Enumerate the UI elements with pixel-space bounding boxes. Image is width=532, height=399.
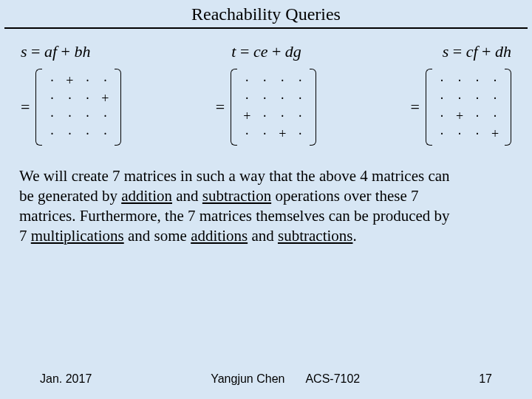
underline-addition: addition (121, 187, 172, 205)
footer-date: Jan. 2017 (40, 372, 92, 386)
matrix-block-2: = ···· ···· +··· ··+· (216, 69, 316, 146)
matrices-row: = ·+·· ···+ ···· ···· = ···· ···· +··· ·… (0, 66, 532, 146)
underline-additions: additions (191, 227, 248, 245)
footer: Jan. 2017 Yangjun Chen ACS-7102 17 (0, 372, 532, 386)
underline-subtractions: subtractions (278, 227, 352, 245)
body-paragraph: We will create 7 matrices in such a way … (0, 146, 532, 246)
eq-s: s = af + bh (21, 42, 91, 61)
equals-sign: = (21, 98, 30, 117)
matrix-3: ···· ···· ·+·· ···+ (426, 69, 511, 146)
underline-multiplications: multiplications (31, 227, 124, 245)
slide-title: Reachability Queries (4, 0, 528, 29)
matrix-1: ·+·· ···+ ···· ···· (35, 69, 121, 146)
equals-sign: = (216, 98, 225, 117)
eq-s2: s = cf + dh (443, 42, 511, 61)
footer-page: 17 (479, 372, 492, 386)
footer-author: Yangjun Chen (211, 372, 284, 386)
matrix-block-1: = ·+·· ···+ ···· ···· (21, 69, 121, 146)
equals-sign: = (411, 98, 420, 117)
underline-subtraction: subtraction (202, 187, 271, 205)
footer-course: ACS-7102 (305, 372, 360, 386)
eq-t: t = ce + dg (231, 42, 301, 61)
matrix-block-3: = ···· ···· ·+·· ···+ (411, 69, 511, 146)
equation-row: s = af + bh t = ce + dg s = cf + dh (0, 29, 532, 66)
matrix-2: ···· ···· +··· ··+· (231, 69, 316, 146)
